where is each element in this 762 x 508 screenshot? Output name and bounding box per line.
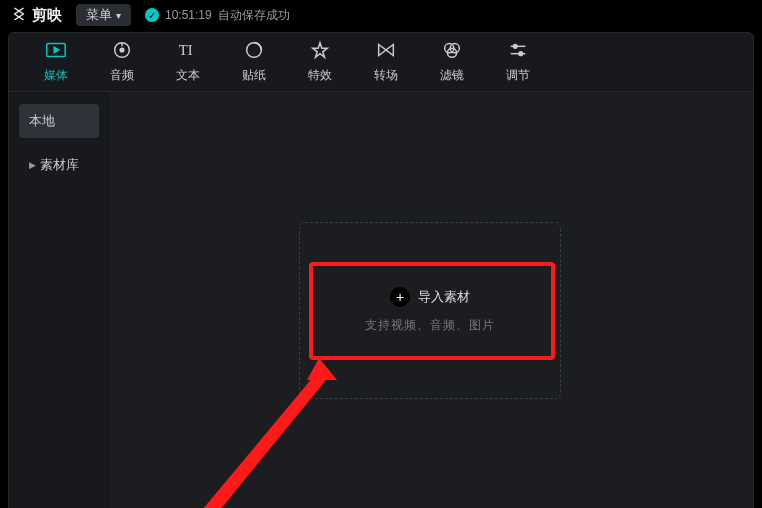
- sidebar-item-label: 本地: [29, 112, 55, 130]
- autosave-label: 自动保存成功: [218, 7, 290, 24]
- check-icon: ✓: [145, 8, 159, 22]
- sidebar: 本地 ▶ 素材库: [9, 92, 109, 508]
- main-toolbar: 媒体 音频 TI 文本: [8, 32, 754, 92]
- tab-sticker[interactable]: 贴纸: [221, 36, 287, 88]
- audio-icon: [111, 40, 133, 63]
- logo-icon: [10, 5, 28, 26]
- adjust-icon: [507, 40, 529, 63]
- main-panel: + 导入素材 支持视频、音频、图片: [109, 92, 753, 508]
- svg-point-8: [513, 45, 517, 49]
- sidebar-item-label: 素材库: [40, 156, 79, 174]
- text-icon: TI: [177, 40, 199, 63]
- tab-media[interactable]: 媒体: [23, 36, 89, 88]
- tab-label: 滤镜: [440, 67, 464, 84]
- tab-label: 音频: [110, 67, 134, 84]
- menu-button[interactable]: 菜单 ▾: [76, 4, 131, 26]
- tab-audio[interactable]: 音频: [89, 36, 155, 88]
- tab-label: 转场: [374, 67, 398, 84]
- tab-label: 调节: [506, 67, 530, 84]
- tab-label: 特效: [308, 67, 332, 84]
- title-bar: 剪映 菜单 ▾ ✓ 10:51:19 自动保存成功: [0, 0, 762, 30]
- autosave-time: 10:51:19: [165, 8, 212, 22]
- app-root: 剪映 菜单 ▾ ✓ 10:51:19 自动保存成功 媒体: [0, 0, 762, 508]
- app-name: 剪映: [32, 6, 62, 25]
- plus-icon: +: [390, 287, 410, 307]
- svg-point-2: [120, 48, 124, 52]
- tab-effect[interactable]: 特效: [287, 36, 353, 88]
- app-logo: 剪映: [10, 5, 62, 26]
- menu-label: 菜单: [86, 6, 112, 24]
- import-dropzone[interactable]: + 导入素材 支持视频、音频、图片: [299, 222, 561, 399]
- content-body: 本地 ▶ 素材库 + 导入素材 支持视频、音频、图片: [8, 92, 754, 508]
- import-hint: 支持视频、音频、图片: [365, 317, 495, 334]
- tab-label: 媒体: [44, 67, 68, 84]
- transition-icon: [375, 40, 397, 63]
- filter-icon: [441, 40, 463, 63]
- import-row: + 导入素材: [390, 287, 470, 307]
- autosave-status: ✓ 10:51:19 自动保存成功: [145, 7, 290, 24]
- chevron-down-icon: ▾: [116, 10, 121, 21]
- tab-label: 文本: [176, 67, 200, 84]
- import-label: 导入素材: [418, 288, 470, 306]
- tab-adjust[interactable]: 调节: [485, 36, 551, 88]
- effect-icon: [309, 40, 331, 63]
- tab-label: 贴纸: [242, 67, 266, 84]
- svg-text:TI: TI: [179, 43, 193, 59]
- tab-filter[interactable]: 滤镜: [419, 36, 485, 88]
- sticker-icon: [243, 40, 265, 63]
- svg-point-9: [519, 52, 523, 56]
- sidebar-item-library[interactable]: ▶ 素材库: [19, 148, 99, 182]
- tab-transition[interactable]: 转场: [353, 36, 419, 88]
- tab-text[interactable]: TI 文本: [155, 36, 221, 88]
- media-icon: [45, 40, 67, 63]
- sidebar-item-local[interactable]: 本地: [19, 104, 99, 138]
- triangle-right-icon: ▶: [29, 160, 36, 170]
